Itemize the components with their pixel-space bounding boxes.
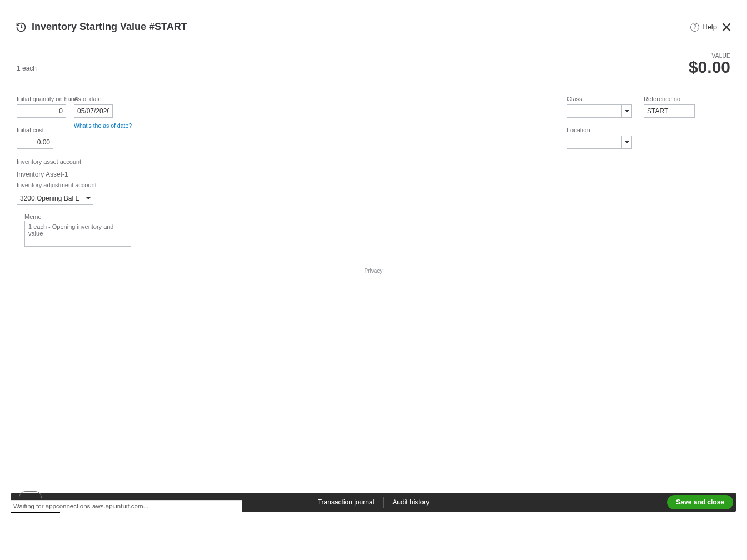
initial-qty-input[interactable]	[17, 104, 66, 118]
as-of-date-input[interactable]	[74, 104, 113, 118]
chevron-down-icon[interactable]	[622, 104, 632, 118]
inventory-asset-field: Inventory asset account Inventory Asset-…	[17, 156, 81, 178]
initial-qty-field: Initial quantity on hand	[17, 96, 78, 118]
history-icon[interactable]	[16, 22, 27, 33]
initial-cost-input[interactable]	[17, 136, 53, 149]
close-icon[interactable]	[721, 22, 731, 32]
privacy-link[interactable]: Privacy	[0, 268, 747, 274]
inventory-asset-value: Inventory Asset-1	[17, 171, 81, 178]
inventory-adjustment-select[interactable]	[17, 192, 97, 205]
page-title: Inventory Starting Value #START	[32, 21, 187, 33]
initial-qty-label: Initial quantity on hand	[17, 96, 78, 102]
class-field: Class	[567, 96, 632, 118]
header-left: Inventory Starting Value #START	[16, 21, 187, 33]
chevron-down-icon[interactable]	[83, 192, 93, 205]
as-of-date-help-link[interactable]: What's the as of date?	[74, 122, 132, 129]
top-divider	[11, 17, 736, 17]
class-select[interactable]	[567, 104, 632, 118]
help-label: Help	[702, 23, 717, 31]
value-amount: $0.00	[689, 58, 730, 77]
cancel-button-partial[interactable]	[19, 491, 42, 498]
header-right: ? Help	[690, 22, 731, 32]
location-input[interactable]	[567, 136, 622, 149]
audit-history-link[interactable]: Audit history	[384, 498, 438, 506]
reference-label: Reference no.	[644, 96, 695, 102]
initial-cost-field: Initial cost	[17, 127, 53, 149]
help-icon: ?	[690, 23, 699, 32]
footer-center: Transaction journal Audit history	[309, 497, 439, 508]
help-button[interactable]: ? Help	[690, 23, 717, 32]
transaction-journal-link[interactable]: Transaction journal	[309, 498, 384, 506]
inventory-adjustment-label: Inventory adjustment account	[17, 182, 97, 189]
reference-input[interactable]	[644, 104, 695, 118]
value-block: VALUE $0.00	[689, 53, 730, 77]
chevron-down-icon[interactable]	[622, 136, 632, 149]
browser-status-bar: Waiting for appconnections-aws.api.intui…	[11, 500, 242, 512]
inventory-adjustment-input[interactable]	[17, 192, 83, 205]
class-label: Class	[567, 96, 632, 102]
location-select[interactable]	[567, 136, 632, 149]
memo-label: Memo	[24, 213, 42, 220]
unit-line: 1 each	[17, 64, 37, 72]
status-progress	[11, 512, 60, 513]
inventory-asset-label: Inventory asset account	[17, 158, 81, 166]
reference-field: Reference no.	[644, 96, 695, 118]
inventory-adjustment-field: Inventory adjustment account	[17, 179, 97, 205]
as-of-date-field: As of date What's the as of date?	[74, 96, 132, 130]
save-and-close-button[interactable]: Save and close	[667, 495, 733, 509]
class-input[interactable]	[567, 104, 622, 118]
location-field: Location	[567, 127, 632, 149]
memo-input[interactable]	[24, 221, 131, 247]
location-label: Location	[567, 127, 632, 133]
as-of-date-label: As of date	[74, 96, 132, 102]
page-header: Inventory Starting Value #START ? Help	[16, 21, 731, 33]
initial-cost-label: Initial cost	[17, 127, 53, 133]
